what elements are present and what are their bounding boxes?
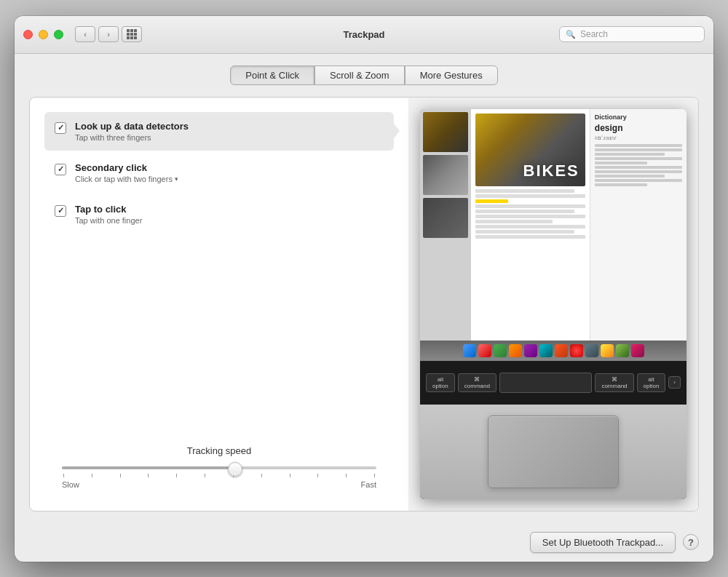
- dock-icon-3: [494, 344, 507, 357]
- search-icon: 🔍: [566, 30, 576, 39]
- dock-icon-11: [616, 344, 629, 357]
- setting-look-up-title: Look up & data detectors: [75, 121, 189, 132]
- search-input[interactable]: [580, 29, 698, 39]
- setting-secondary-click[interactable]: Secondary click Click or tap with two fi…: [44, 154, 394, 192]
- traffic-lights: [23, 30, 63, 39]
- dock-icon-4: [509, 344, 522, 357]
- chevron-down-icon: ▾: [175, 175, 178, 183]
- demo-article-image: BIKES: [475, 114, 585, 186]
- setting-secondary-click-text: Secondary click Click or tap with two fi…: [75, 162, 178, 183]
- demo-browser: BIKES: [420, 109, 687, 341]
- back-button[interactable]: ‹: [75, 26, 95, 42]
- key-arrow: ›: [668, 376, 681, 389]
- setting-tap-click-text: Tap to click Tap with one finger: [75, 204, 142, 225]
- key-cmd-left: ⌘command: [458, 373, 496, 392]
- slider-track: [62, 466, 376, 469]
- demo-article: BIKES: [471, 109, 590, 341]
- dock-icon-6: [539, 344, 553, 357]
- slider-labels: Slow Fast: [62, 480, 376, 489]
- slider-thumb[interactable]: [228, 462, 242, 477]
- slider-fast-label: Fast: [361, 480, 376, 489]
- dock-icon-2: [478, 344, 491, 357]
- trackpad-surface: [488, 415, 619, 488]
- tabs-container: Point & Click Scroll & Zoom More Gesture…: [29, 65, 699, 85]
- nav-buttons: ‹ ›: [75, 26, 119, 42]
- demo-trackpad: [420, 405, 687, 499]
- slider-ticks: [62, 474, 376, 477]
- setting-look-up[interactable]: Look up & data detectors Tap with three …: [44, 112, 394, 151]
- demo-text-lines: [475, 189, 585, 239]
- setting-look-up-text: Look up & data detectors Tap with three …: [75, 121, 189, 142]
- maximize-button[interactable]: [54, 30, 63, 39]
- key-alt-left: altoption: [426, 373, 455, 392]
- help-button[interactable]: ?: [683, 534, 699, 550]
- close-button[interactable]: [23, 30, 33, 39]
- titlebar: ‹ › Trackpad 🔍: [15, 16, 713, 54]
- setting-tap-click-subtitle: Tap with one finger: [75, 216, 142, 225]
- slider-fill: [62, 466, 235, 469]
- grid-button[interactable]: [122, 26, 142, 42]
- setting-tap-click-title: Tap to click: [75, 204, 142, 215]
- bottom-bar: Set Up Bluetooth Trackpad... ?: [15, 523, 713, 562]
- dock-icon-8: [570, 344, 583, 357]
- key-cmd-right: ⌘command: [595, 373, 633, 392]
- demo-screen: BIKES: [420, 109, 687, 499]
- setting-look-up-subtitle: Tap with three fingers: [75, 133, 189, 142]
- tab-scroll-zoom[interactable]: Scroll & Zoom: [314, 65, 405, 85]
- demo-thumb-3: [423, 198, 468, 238]
- checkbox-tap-click[interactable]: [55, 205, 66, 217]
- dock-icon-10: [601, 344, 614, 357]
- demo-sidebar: [420, 109, 471, 341]
- demo-thumb-1: [423, 112, 468, 152]
- demo-dictionary-popup: Dictionary design /dɪˈzaɪn/: [590, 109, 687, 341]
- demo-thumb-2: [423, 155, 468, 195]
- demo-browser-content: BIKES: [420, 109, 687, 341]
- slider-slow-label: Slow: [62, 480, 79, 489]
- dock-icon-7: [555, 344, 568, 357]
- dock-icon-9: [585, 344, 598, 357]
- tracking-speed-section: Tracking speed Slow: [44, 431, 394, 496]
- search-bar[interactable]: 🔍: [559, 26, 705, 42]
- window-title: Trackpad: [343, 29, 384, 40]
- bikes-text: BIKES: [523, 162, 579, 180]
- content-area: Point & Click Scroll & Zoom More Gesture…: [15, 54, 713, 523]
- key-spacebar: [499, 373, 592, 393]
- dock-icon-1: [463, 344, 476, 357]
- dock-icon-12: [631, 344, 644, 357]
- setup-bluetooth-button[interactable]: Set Up Bluetooth Trackpad...: [530, 532, 676, 553]
- tab-more-gestures[interactable]: More Gestures: [405, 65, 498, 85]
- key-alt-right: altoption: [637, 373, 666, 392]
- tracking-speed-label: Tracking speed: [55, 445, 384, 456]
- forward-button[interactable]: ›: [98, 26, 119, 42]
- secondary-click-dropdown[interactable]: Click or tap with two fingers ▾: [75, 175, 178, 183]
- setting-tap-click[interactable]: Tap to click Tap with one finger: [44, 195, 394, 234]
- demo-main-content: BIKES: [471, 109, 687, 341]
- demo-dock: [420, 341, 687, 361]
- main-panel: Look up & data detectors Tap with three …: [29, 97, 699, 512]
- dock-icon-5: [524, 344, 537, 357]
- left-panel: Look up & data detectors Tap with three …: [30, 98, 408, 511]
- main-window: ‹ › Trackpad 🔍 Point & Click Scroll & Zo…: [15, 16, 713, 562]
- grid-icon: [127, 29, 137, 39]
- slider-container: Slow Fast: [55, 466, 384, 489]
- right-panel: BIKES: [408, 98, 698, 511]
- tab-point-click[interactable]: Point & Click: [230, 65, 314, 85]
- checkbox-look-up[interactable]: [55, 122, 66, 134]
- checkbox-secondary-click[interactable]: [55, 164, 66, 175]
- minimize-button[interactable]: [39, 30, 48, 39]
- demo-keyboard: altoption ⌘command ⌘command altoption ›: [420, 361, 687, 405]
- setting-secondary-click-title: Secondary click: [75, 162, 178, 173]
